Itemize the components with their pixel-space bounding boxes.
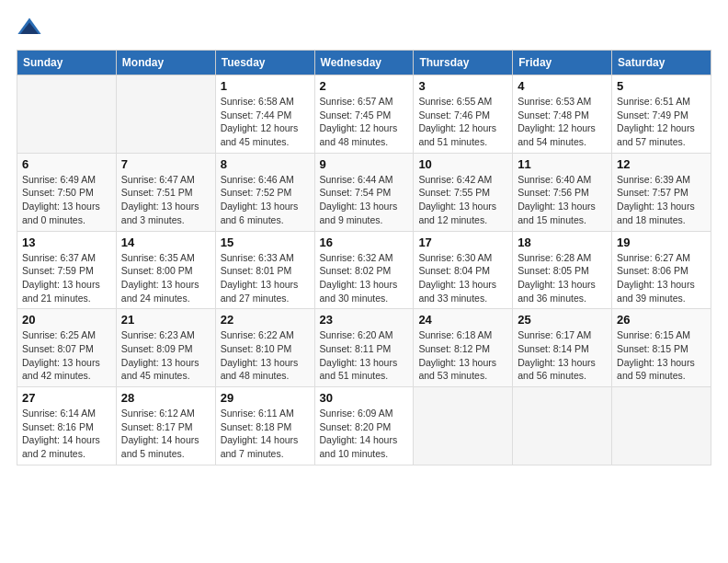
day-number: 4 [518,79,607,93]
day-cell [513,387,612,465]
day-cell [612,387,711,465]
day-number: 6 [22,157,111,171]
day-info: Sunrise: 6:17 AM Sunset: 8:14 PM Dayligh… [518,328,607,383]
week-row-5: 27Sunrise: 6:14 AM Sunset: 8:16 PM Dayli… [17,387,711,465]
day-cell: 18Sunrise: 6:28 AM Sunset: 8:05 PM Dayli… [513,231,612,309]
day-number: 15 [221,236,310,249]
day-number: 9 [320,157,409,171]
day-cell: 6Sunrise: 6:49 AM Sunset: 7:50 PM Daylig… [17,153,117,231]
day-cell: 10Sunrise: 6:42 AM Sunset: 7:55 PM Dayli… [414,153,513,231]
day-cell: 5Sunrise: 6:51 AM Sunset: 7:49 PM Daylig… [612,75,711,154]
day-cell: 16Sunrise: 6:32 AM Sunset: 8:02 PM Dayli… [314,231,414,309]
col-header-thursday: Thursday [414,51,513,75]
day-number: 14 [121,236,210,249]
day-number: 18 [518,236,607,249]
col-header-friday: Friday [513,51,612,75]
week-row-1: 1Sunrise: 6:58 AM Sunset: 7:44 PM Daylig… [17,75,711,154]
day-cell: 4Sunrise: 6:53 AM Sunset: 7:48 PM Daylig… [513,75,612,154]
day-cell: 29Sunrise: 6:11 AM Sunset: 8:18 PM Dayli… [215,387,314,465]
day-info: Sunrise: 6:46 AM Sunset: 7:52 PM Dayligh… [221,173,310,227]
day-info: Sunrise: 6:35 AM Sunset: 8:00 PM Dayligh… [121,251,210,305]
day-number: 2 [320,79,409,93]
day-number: 11 [518,157,607,171]
day-cell: 24Sunrise: 6:18 AM Sunset: 8:12 PM Dayli… [414,309,513,387]
day-cell: 26Sunrise: 6:15 AM Sunset: 8:15 PM Dayli… [612,309,711,387]
day-number: 29 [221,391,310,405]
day-info: Sunrise: 6:33 AM Sunset: 8:01 PM Dayligh… [221,251,310,305]
week-row-2: 6Sunrise: 6:49 AM Sunset: 7:50 PM Daylig… [17,153,711,231]
day-cell: 20Sunrise: 6:25 AM Sunset: 8:07 PM Dayli… [17,309,117,387]
day-info: Sunrise: 6:58 AM Sunset: 7:44 PM Dayligh… [221,95,310,149]
day-cell [116,75,215,154]
day-info: Sunrise: 6:28 AM Sunset: 8:05 PM Dayligh… [518,251,607,305]
logo [17,15,46,40]
day-cell: 12Sunrise: 6:39 AM Sunset: 7:57 PM Dayli… [612,153,711,231]
day-cell: 1Sunrise: 6:58 AM Sunset: 7:44 PM Daylig… [215,75,314,154]
day-info: Sunrise: 6:09 AM Sunset: 8:20 PM Dayligh… [320,407,409,461]
day-cell: 23Sunrise: 6:20 AM Sunset: 8:11 PM Dayli… [314,309,414,387]
day-info: Sunrise: 6:39 AM Sunset: 7:57 PM Dayligh… [617,173,706,227]
col-header-saturday: Saturday [612,51,711,75]
day-info: Sunrise: 6:53 AM Sunset: 7:48 PM Dayligh… [518,95,607,149]
day-number: 23 [320,313,409,327]
week-row-3: 13Sunrise: 6:37 AM Sunset: 7:59 PM Dayli… [17,231,711,309]
day-info: Sunrise: 6:47 AM Sunset: 7:51 PM Dayligh… [121,173,210,227]
day-cell: 14Sunrise: 6:35 AM Sunset: 8:00 PM Dayli… [116,231,215,309]
day-cell: 21Sunrise: 6:23 AM Sunset: 8:09 PM Dayli… [116,309,215,387]
day-cell [414,387,513,465]
day-cell: 9Sunrise: 6:44 AM Sunset: 7:54 PM Daylig… [314,153,414,231]
col-header-monday: Monday [116,51,215,75]
day-info: Sunrise: 6:37 AM Sunset: 7:59 PM Dayligh… [22,251,111,305]
calendar-header-row: SundayMondayTuesdayWednesdayThursdayFrid… [17,51,711,75]
day-info: Sunrise: 6:44 AM Sunset: 7:54 PM Dayligh… [320,173,409,227]
calendar-table: SundayMondayTuesdayWednesdayThursdayFrid… [17,50,711,465]
day-cell: 19Sunrise: 6:27 AM Sunset: 8:06 PM Dayli… [612,231,711,309]
day-number: 17 [418,236,507,249]
logo-icon [17,15,42,40]
day-info: Sunrise: 6:23 AM Sunset: 8:09 PM Dayligh… [121,328,210,383]
day-number: 3 [418,79,507,93]
day-cell [17,75,117,154]
day-cell: 2Sunrise: 6:57 AM Sunset: 7:45 PM Daylig… [314,75,414,154]
col-header-tuesday: Tuesday [215,51,314,75]
day-cell: 28Sunrise: 6:12 AM Sunset: 8:17 PM Dayli… [116,387,215,465]
day-number: 24 [418,313,507,327]
day-number: 28 [121,391,210,405]
day-number: 25 [518,313,607,327]
day-info: Sunrise: 6:57 AM Sunset: 7:45 PM Dayligh… [320,95,409,149]
day-number: 16 [320,236,409,249]
header [17,15,711,40]
day-cell: 22Sunrise: 6:22 AM Sunset: 8:10 PM Dayli… [215,309,314,387]
day-number: 1 [221,79,310,93]
col-header-sunday: Sunday [17,51,117,75]
day-cell: 13Sunrise: 6:37 AM Sunset: 7:59 PM Dayli… [17,231,117,309]
day-info: Sunrise: 6:40 AM Sunset: 7:56 PM Dayligh… [518,173,607,227]
day-info: Sunrise: 6:20 AM Sunset: 8:11 PM Dayligh… [320,328,409,383]
day-cell: 30Sunrise: 6:09 AM Sunset: 8:20 PM Dayli… [314,387,414,465]
col-header-wednesday: Wednesday [314,51,414,75]
page: SundayMondayTuesdayWednesdayThursdayFrid… [0,0,728,563]
day-cell: 17Sunrise: 6:30 AM Sunset: 8:04 PM Dayli… [414,231,513,309]
day-number: 19 [617,236,706,249]
day-cell: 25Sunrise: 6:17 AM Sunset: 8:14 PM Dayli… [513,309,612,387]
day-info: Sunrise: 6:30 AM Sunset: 8:04 PM Dayligh… [418,251,507,305]
day-number: 27 [22,391,111,405]
day-info: Sunrise: 6:49 AM Sunset: 7:50 PM Dayligh… [22,173,111,227]
day-info: Sunrise: 6:27 AM Sunset: 8:06 PM Dayligh… [617,251,706,305]
day-info: Sunrise: 6:12 AM Sunset: 8:17 PM Dayligh… [121,407,210,461]
day-cell: 27Sunrise: 6:14 AM Sunset: 8:16 PM Dayli… [17,387,117,465]
day-info: Sunrise: 6:25 AM Sunset: 8:07 PM Dayligh… [22,328,111,383]
day-cell: 7Sunrise: 6:47 AM Sunset: 7:51 PM Daylig… [116,153,215,231]
day-info: Sunrise: 6:18 AM Sunset: 8:12 PM Dayligh… [418,328,507,383]
day-number: 8 [221,157,310,171]
day-info: Sunrise: 6:32 AM Sunset: 8:02 PM Dayligh… [320,251,409,305]
day-info: Sunrise: 6:42 AM Sunset: 7:55 PM Dayligh… [418,173,507,227]
day-info: Sunrise: 6:14 AM Sunset: 8:16 PM Dayligh… [22,407,111,461]
day-number: 26 [617,313,706,327]
day-number: 30 [320,391,409,405]
day-cell: 11Sunrise: 6:40 AM Sunset: 7:56 PM Dayli… [513,153,612,231]
day-number: 12 [617,157,706,171]
day-number: 21 [121,313,210,327]
day-info: Sunrise: 6:51 AM Sunset: 7:49 PM Dayligh… [617,95,706,149]
day-info: Sunrise: 6:22 AM Sunset: 8:10 PM Dayligh… [221,328,310,383]
